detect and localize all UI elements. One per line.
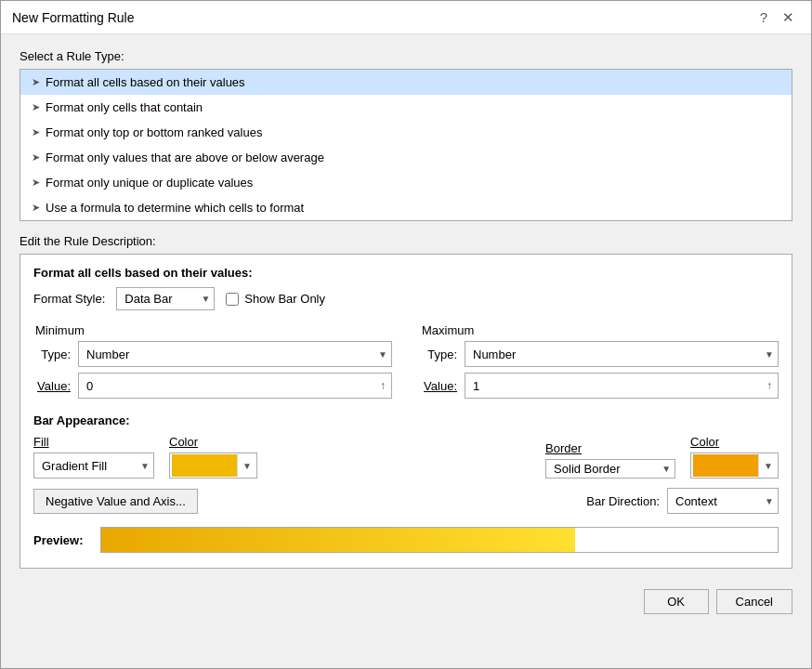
rule-type-arrow-3: ➤ (32, 151, 40, 164)
rule-type-item-cells-contain[interactable]: ➤ Format only cells that contain (20, 95, 792, 120)
edit-section-label: Edit the Rule Description: (20, 234, 792, 248)
edit-section: Format all cells based on their values: … (20, 254, 792, 569)
bar-direction-label: Bar Direction: (586, 494, 660, 508)
max-value-arrow-btn[interactable]: ↑ (763, 377, 776, 394)
fill-color-btn[interactable]: ▼ (169, 453, 257, 479)
min-value-wrap: ↑ (78, 373, 392, 399)
cancel-button[interactable]: Cancel (716, 589, 792, 614)
min-max-row: Minimum Type: Number Percent Formula Per… (33, 323, 779, 399)
max-type-select[interactable]: Number Percent Formula Percentile Auto (465, 346, 778, 363)
format-style-label: Format Style: (33, 292, 105, 306)
rule-type-item-above-below[interactable]: ➤ Format only values that are above or b… (20, 145, 792, 170)
dialog-footer: OK Cancel (1, 580, 811, 627)
fill-style-wrap: Gradient Fill Solid Fill ▼ (33, 453, 154, 479)
negative-value-button[interactable]: Negative Value and Axis... (33, 489, 198, 514)
help-button[interactable]: ? (754, 8, 773, 26)
bar-appearance-section: Bar Appearance: Fill Gradient Fill Solid… (33, 413, 779, 553)
bar-direction-select[interactable]: Context Left-to-Right Right-to-Left (668, 492, 778, 510)
rule-type-label-0: Format all cells based on their values (46, 75, 245, 89)
rule-type-item-unique-duplicate[interactable]: ➤ Format only unique or duplicate values (20, 170, 792, 195)
rule-type-item-all-cells[interactable]: ➤ Format all cells based on their values (20, 70, 792, 95)
max-type-select-wrap: Number Percent Formula Percentile Auto ▼ (465, 341, 779, 367)
maximum-header: Maximum (420, 323, 779, 337)
rule-type-arrow-2: ➤ (32, 126, 40, 138)
max-value-wrap: ↑ (465, 373, 779, 399)
show-bar-only-row: Show Bar Only (226, 292, 325, 306)
max-value-input[interactable] (465, 377, 778, 395)
preview-row: Preview: (33, 527, 779, 553)
border-label: Border (545, 441, 675, 455)
rule-type-label-5: Use a formula to determine which cells t… (46, 201, 304, 215)
ok-button[interactable]: OK (644, 589, 709, 614)
bottom-row: Negative Value and Axis... Bar Direction… (33, 488, 779, 514)
preview-label: Preview: (33, 533, 89, 547)
rule-type-arrow-0: ➤ (32, 76, 40, 88)
border-color-swatch (693, 454, 758, 477)
fill-row: Gradient Fill Solid Fill ▼ (33, 453, 154, 479)
dialog-body: Select a Rule Type: ➤ Format all cells b… (1, 34, 811, 580)
fill-style-select[interactable]: Gradient Fill Solid Fill (34, 457, 153, 475)
minimum-header: Minimum (33, 323, 392, 337)
title-bar: New Formatting Rule ? ✕ (1, 1, 811, 34)
value-label-min: Value: (33, 379, 71, 393)
format-style-select[interactable]: Data Bar Color Scale Icon Set (117, 288, 214, 309)
fill-col: Fill Gradient Fill Solid Fill ▼ (33, 435, 154, 479)
bar-direction-group: Bar Direction: Context Left-to-Right Rig… (586, 488, 779, 514)
rule-type-list: ➤ Format all cells based on their values… (20, 69, 792, 221)
min-value-arrow-btn[interactable]: ↑ (376, 377, 389, 394)
show-bar-only-label[interactable]: Show Bar Only (244, 292, 325, 306)
rule-type-label-1: Format only cells that contain (46, 100, 203, 114)
value-label-max: Value: (420, 379, 457, 393)
preview-bar (101, 528, 575, 552)
border-col: Border Solid Border No Border ▼ (545, 441, 675, 479)
min-type-select[interactable]: Number Percent Formula Percentile Auto (79, 346, 391, 363)
rule-type-label-4: Format only unique or duplicate values (46, 176, 253, 190)
fill-color-swatch (172, 454, 237, 477)
maximum-col: Maximum Type: Number Percent Formula Per… (420, 323, 779, 399)
fill-color-arrow: ▼ (237, 453, 256, 478)
min-type-row: Type: Number Percent Formula Percentile … (33, 341, 392, 367)
max-value-row: Value: ↑ (420, 373, 779, 399)
close-button[interactable]: ✕ (777, 8, 800, 26)
format-style-row: Format Style: Data Bar Color Scale Icon … (33, 287, 779, 310)
border-style-wrap: Solid Border No Border ▼ (545, 459, 675, 479)
fill-color-col: Color ▼ (169, 435, 257, 479)
format-desc-text: Format all cells based on their values: (33, 266, 253, 280)
dialog-title: New Formatting Rule (12, 10, 135, 25)
rule-type-arrow-4: ➤ (32, 177, 40, 189)
border-color-col: Color ▼ (690, 435, 779, 479)
border-color-arrow: ▼ (758, 453, 778, 478)
rule-type-arrow-1: ➤ (32, 101, 40, 113)
border-style-select[interactable]: Solid Border No Border (546, 460, 674, 478)
title-bar-controls: ? ✕ (754, 8, 800, 26)
border-color-btn[interactable]: ▼ (690, 453, 779, 479)
new-formatting-rule-dialog: New Formatting Rule ? ✕ Select a Rule Ty… (0, 0, 812, 669)
fill-color-label: Color (169, 435, 257, 449)
min-type-select-wrap: Number Percent Formula Percentile Auto ▼ (78, 341, 392, 367)
format-style-select-wrap: Data Bar Color Scale Icon Set ▼ (116, 287, 215, 310)
max-type-row: Type: Number Percent Formula Percentile … (420, 341, 779, 367)
bar-direction-select-wrap: Context Left-to-Right Right-to-Left ▼ (667, 488, 779, 514)
rule-type-label-2: Format only top or bottom ranked values (46, 125, 262, 139)
rule-type-item-formula[interactable]: ➤ Use a formula to determine which cells… (20, 195, 792, 220)
show-bar-only-checkbox[interactable] (226, 293, 239, 306)
appearance-controls: Fill Gradient Fill Solid Fill ▼ (33, 435, 779, 479)
edit-section-title: Format all cells based on their values: (33, 266, 779, 280)
minimum-col: Minimum Type: Number Percent Formula Per… (33, 323, 392, 399)
rule-type-section-label: Select a Rule Type: (20, 49, 792, 63)
border-color-label: Color (690, 435, 779, 449)
preview-bar-container (100, 527, 779, 553)
type-label-min: Type: (33, 348, 71, 361)
type-label-max: Type: (420, 348, 457, 361)
min-value-input[interactable] (79, 377, 391, 395)
fill-label: Fill (33, 435, 154, 449)
bar-appearance-title: Bar Appearance: (33, 413, 779, 427)
rule-type-arrow-5: ➤ (32, 202, 40, 214)
rule-type-label-3: Format only values that are above or bel… (46, 151, 324, 164)
rule-type-item-top-bottom[interactable]: ➤ Format only top or bottom ranked value… (20, 120, 792, 145)
min-value-row: Value: ↑ (33, 373, 392, 399)
